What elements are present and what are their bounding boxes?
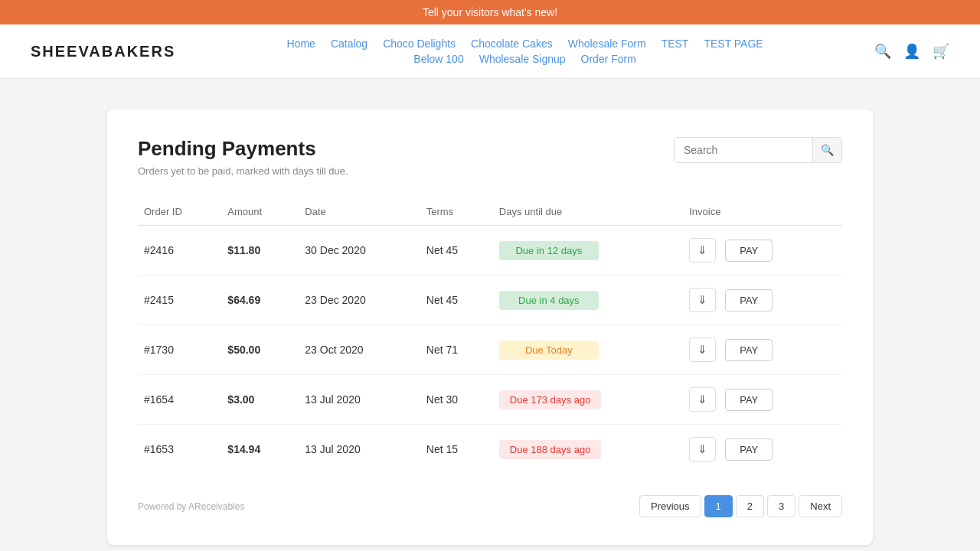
card-footer: Powered by AReceivables Previous 1 2 3 N… bbox=[138, 495, 842, 517]
nav-link-order-form[interactable]: Order Form bbox=[581, 53, 636, 65]
header-icons: 🔍 👤 🛒 bbox=[874, 43, 949, 60]
cell-days: Due in 4 days bbox=[493, 276, 683, 325]
table-row: #1654$3.0013 Jul 2020Net 30Due 173 days … bbox=[138, 375, 842, 425]
col-invoice: Invoice bbox=[683, 198, 842, 226]
search-box: 🔍 bbox=[674, 137, 842, 163]
cell-days: Due 173 days ago bbox=[493, 375, 683, 425]
pay-button[interactable]: PAY bbox=[725, 339, 773, 361]
cell-order-id: #1730 bbox=[138, 325, 221, 375]
cell-invoice: ⇓PAY bbox=[683, 375, 842, 425]
cell-terms: Net 45 bbox=[420, 276, 493, 325]
nav-link-test-page[interactable]: TEST PAGE bbox=[704, 37, 763, 50]
nav-link-test[interactable]: TEST bbox=[662, 37, 689, 50]
download-invoice-button[interactable]: ⇓ bbox=[689, 288, 716, 312]
col-days: Days until due bbox=[493, 198, 683, 226]
cell-date: 30 Dec 2020 bbox=[299, 226, 420, 276]
status-badge: Due 173 days ago bbox=[499, 390, 602, 409]
pay-button[interactable]: PAY bbox=[725, 240, 773, 262]
pagination-next[interactable]: Next bbox=[799, 495, 842, 517]
cell-date: 13 Jul 2020 bbox=[299, 425, 420, 474]
col-amount: Amount bbox=[221, 198, 299, 226]
status-badge: Due Today bbox=[499, 341, 599, 360]
nav-link-wholesale-form[interactable]: Wholesale Form bbox=[568, 37, 646, 50]
nav-link-choco-delights[interactable]: Choco Delights bbox=[383, 37, 456, 50]
cell-amount: $14.94 bbox=[221, 425, 299, 474]
cell-date: 23 Dec 2020 bbox=[299, 276, 420, 325]
payments-table: Order ID Amount Date Terms Days until du… bbox=[138, 198, 842, 474]
search-input[interactable] bbox=[675, 138, 812, 162]
pay-button[interactable]: PAY bbox=[725, 439, 773, 461]
nav-row-2: Below 100Wholesale SignupOrder Form bbox=[413, 53, 636, 65]
announcement-text: Tell your visitors what's new! bbox=[423, 6, 557, 18]
cart-icon[interactable]: 🛒 bbox=[933, 43, 949, 60]
pagination-page-1[interactable]: 1 bbox=[704, 495, 733, 517]
navigation: HomeCatalogChoco DelightsChocolate Cakes… bbox=[287, 37, 763, 65]
table-row: #1653$14.9413 Jul 2020Net 15Due 188 days… bbox=[138, 425, 842, 474]
nav-row-1: HomeCatalogChoco DelightsChocolate Cakes… bbox=[287, 37, 763, 50]
pagination-previous[interactable]: Previous bbox=[639, 495, 701, 517]
table-row: #1730$50.0023 Oct 2020Net 71Due Today⇓PA… bbox=[138, 325, 842, 375]
cell-invoice: ⇓PAY bbox=[683, 276, 842, 325]
cell-days: Due 188 days ago bbox=[493, 425, 683, 474]
col-date: Date bbox=[299, 198, 420, 226]
cell-amount: $64.69 bbox=[221, 276, 299, 325]
cell-days: Due Today bbox=[493, 325, 683, 375]
cell-invoice: ⇓PAY bbox=[683, 226, 842, 276]
announcement-bar: Tell your visitors what's new! bbox=[0, 0, 980, 24]
cell-order-id: #1653 bbox=[138, 425, 221, 474]
cell-terms: Net 71 bbox=[420, 325, 493, 375]
download-invoice-button[interactable]: ⇓ bbox=[689, 437, 716, 461]
table-head: Order ID Amount Date Terms Days until du… bbox=[138, 198, 842, 226]
card-title-area: Pending Payments Orders yet to be paid, … bbox=[138, 137, 348, 177]
table-row: #2416$11.8030 Dec 2020Net 45Due in 12 da… bbox=[138, 226, 842, 276]
nav-link-chocolate-cakes[interactable]: Chocolate Cakes bbox=[471, 37, 553, 50]
account-icon[interactable]: 👤 bbox=[903, 43, 920, 60]
logo[interactable]: SHEEVABAKERS bbox=[31, 43, 175, 60]
col-terms: Terms bbox=[420, 198, 493, 226]
header: SHEEVABAKERS HomeCatalogChoco DelightsCh… bbox=[0, 24, 980, 79]
pay-button[interactable]: PAY bbox=[725, 289, 773, 311]
nav-link-catalog[interactable]: Catalog bbox=[331, 37, 368, 50]
cell-invoice: ⇓PAY bbox=[683, 425, 842, 474]
cell-amount: $3.00 bbox=[221, 375, 299, 425]
nav-link-home[interactable]: Home bbox=[287, 37, 315, 50]
page-subtitle: Orders yet to be paid, marked with days … bbox=[138, 165, 348, 177]
cell-amount: $11.80 bbox=[221, 226, 299, 276]
status-badge: Due in 12 days bbox=[499, 241, 599, 260]
cell-terms: Net 30 bbox=[420, 375, 493, 425]
main-content: Pending Payments Orders yet to be paid, … bbox=[92, 109, 888, 545]
search-button[interactable]: 🔍 bbox=[812, 138, 841, 162]
cell-date: 13 Jul 2020 bbox=[299, 375, 420, 425]
table-header-row: Order ID Amount Date Terms Days until du… bbox=[138, 198, 842, 226]
cell-days: Due in 12 days bbox=[493, 226, 683, 276]
page-title: Pending Payments bbox=[138, 137, 348, 161]
cell-terms: Net 15 bbox=[420, 425, 493, 474]
pagination-page-2[interactable]: 2 bbox=[736, 495, 764, 517]
cell-date: 23 Oct 2020 bbox=[299, 325, 420, 375]
pagination-page-3[interactable]: 3 bbox=[767, 495, 795, 517]
card-header: Pending Payments Orders yet to be paid, … bbox=[138, 137, 842, 177]
cell-order-id: #2415 bbox=[138, 276, 221, 325]
powered-by: Powered by AReceivables bbox=[138, 501, 244, 512]
cell-order-id: #1654 bbox=[138, 375, 221, 425]
cell-amount: $50.00 bbox=[221, 325, 299, 375]
pending-payments-card: Pending Payments Orders yet to be paid, … bbox=[107, 109, 873, 545]
col-order-id: Order ID bbox=[138, 198, 221, 226]
pay-button[interactable]: PAY bbox=[725, 389, 773, 411]
download-invoice-button[interactable]: ⇓ bbox=[689, 337, 716, 362]
nav-link-below-100[interactable]: Below 100 bbox=[413, 53, 463, 65]
table-row: #2415$64.6923 Dec 2020Net 45Due in 4 day… bbox=[138, 276, 842, 325]
cell-order-id: #2416 bbox=[138, 226, 221, 276]
nav-link-wholesale-signup[interactable]: Wholesale Signup bbox=[479, 53, 566, 65]
cell-terms: Net 45 bbox=[420, 226, 493, 276]
cell-invoice: ⇓PAY bbox=[683, 325, 842, 375]
status-badge: Due 188 days ago bbox=[499, 440, 602, 459]
pagination: Previous 1 2 3 Next bbox=[639, 495, 842, 517]
table-body: #2416$11.8030 Dec 2020Net 45Due in 12 da… bbox=[138, 226, 842, 474]
download-invoice-button[interactable]: ⇓ bbox=[689, 238, 716, 262]
download-invoice-button[interactable]: ⇓ bbox=[689, 387, 716, 412]
status-badge: Due in 4 days bbox=[499, 291, 599, 310]
search-icon[interactable]: 🔍 bbox=[874, 43, 891, 60]
